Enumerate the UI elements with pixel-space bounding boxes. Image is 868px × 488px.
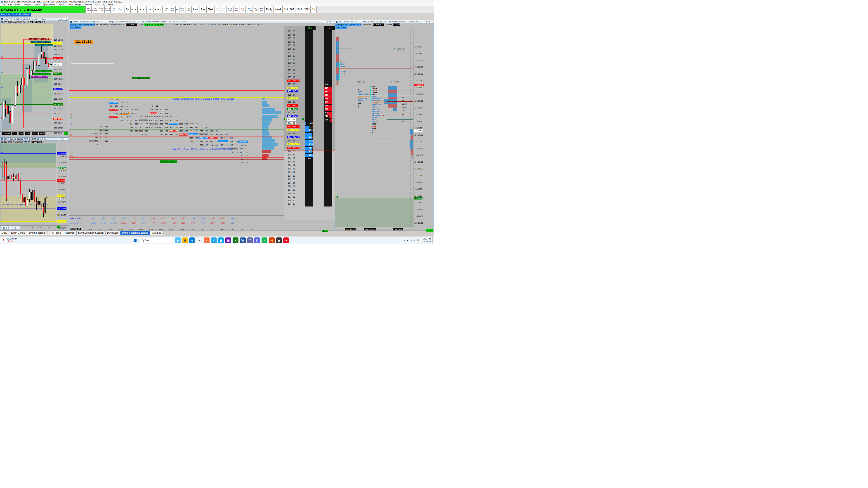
- tray-icon-2[interactable]: ▲: [410, 239, 412, 241]
- order-label[interactable]: Mkt|1@115 4/32: [35, 70, 53, 72]
- toolbar-button-val-wind[interactable]: Val Wind: [233, 6, 239, 13]
- dom-row[interactable]: 115'103652: [284, 83, 335, 87]
- toolbar-button-close-cbook[interactable]: Close Cbook: [104, 6, 111, 13]
- github-icon[interactable]: ◉: [276, 237, 282, 243]
- toolbar-button-rplay-chrt[interactable]: Rplay Chrt: [227, 6, 233, 13]
- tab-dom-dark[interactable]: DOM Dark: [105, 231, 120, 235]
- spotify-icon[interactable]: ♪: [261, 237, 268, 243]
- close-icon[interactable]: ×: [430, 21, 433, 23]
- file-explorer-icon[interactable]: ▤: [182, 237, 188, 243]
- dom-row[interactable]: 115 4/32461: [284, 104, 335, 108]
- dom-row[interactable]: 115 6/32389: [284, 97, 335, 101]
- onenote-icon[interactable]: N: [269, 237, 275, 243]
- tab-tpo-profile[interactable]: TPO Profile: [47, 231, 63, 235]
- order-label[interactable]: Stop|-1@115 10/32: [31, 41, 51, 43]
- dom-row[interactable]: 114'11: [284, 193, 335, 196]
- dom-row[interactable]: 114'14: [284, 182, 335, 186]
- toolbar-button-dis[interactable]: Dis: [125, 6, 131, 13]
- dom-row[interactable]: 114 30/32212: [284, 125, 335, 129]
- firefox-icon[interactable]: ●: [204, 237, 210, 243]
- chrome-icon[interactable]: ●: [196, 237, 202, 243]
- dom-row[interactable]: 114 24/32400: [284, 147, 335, 150]
- toolbar-button-chart-val[interactable]: Chart Val: [179, 6, 185, 13]
- toolbar-button-1h[interactable]: 1H: [311, 6, 316, 13]
- close-icon[interactable]: ×: [65, 18, 68, 21]
- tab-heatmap[interactable]: Heatmap: [63, 231, 76, 235]
- menu-item-edit[interactable]: Edit: [6, 3, 13, 6]
- dom-ladder[interactable]: BuySell115'25115'24115'23115'22115'21115…: [284, 20, 335, 232]
- c30-titlebar[interactable]: 30min Candle ZBZ23_FUT_CME[M] 30 Min #..…: [0, 138, 69, 140]
- menu-item-window[interactable]: Window: [83, 3, 94, 6]
- mail-icon[interactable]: ✉: [211, 237, 217, 243]
- mkt-buy-order-label[interactable]: Mkt|1@115 4/32: [160, 160, 177, 163]
- daily-plot[interactable]: 7/86/85/84/83/82/8Lmt|-1@116 15/32Stop|-…: [0, 24, 53, 131]
- dom-row[interactable]: 115 9/32419: [284, 87, 335, 90]
- mkt-sell-order-label[interactable]: Mkt|-1@115 4/32: [132, 77, 150, 79]
- dom-row[interactable]: 115'07418: [284, 94, 335, 97]
- toolbar-button-5m[interactable]: 5M: [289, 6, 295, 13]
- dom-row[interactable]: 115 11/32: [284, 79, 335, 83]
- menu-item-chart[interactable]: Chart: [13, 3, 22, 6]
- dom-row[interactable]: 115 3/32438: [284, 108, 335, 111]
- dom-row[interactable]: 114'15: [284, 178, 335, 182]
- word-icon[interactable]: W: [240, 237, 246, 243]
- taskbar-clock[interactable]: 9:18 PM 11/24/2023: [420, 237, 431, 243]
- dom-row[interactable]: 115'24: [284, 34, 335, 37]
- menu-item-analysis[interactable]: Analysis: [22, 3, 33, 6]
- close-icon[interactable]: ×: [65, 138, 68, 140]
- dom-row[interactable]: 115'25: [284, 30, 335, 34]
- menu-item-tools[interactable]: Tools: [33, 3, 41, 6]
- dom-row[interactable]: 114'28421: [284, 132, 335, 136]
- c30-price-scale[interactable]: 115 20/32115 19/32115 16/32115 14/32115 …: [56, 143, 69, 225]
- dom-row[interactable]: 115 8/32427: [284, 90, 335, 94]
- dom-row[interactable]: 114'19: [284, 164, 335, 168]
- toolbar-button-<->[interactable]: <|>: [131, 6, 137, 13]
- maximize-icon[interactable]: □: [426, 21, 430, 23]
- dom-row[interactable]: 114'12: [284, 189, 335, 193]
- dom-row[interactable]: 115'02293: [284, 111, 335, 115]
- tab-daily[interactable]: Daily: [0, 231, 9, 235]
- menu-item-trade[interactable]: Trade: [57, 3, 65, 6]
- toolbar-button-<<->>[interactable]: <<|>>: [137, 6, 147, 13]
- minimize-icon[interactable]: –: [58, 18, 61, 21]
- store-icon[interactable]: ▦: [218, 237, 224, 243]
- toolbar-button-text[interactable]: Text: [207, 6, 214, 13]
- toolbar-button-tool-cfg1[interactable]: Tool Cfg1: [214, 6, 220, 13]
- toolbar-button-con[interactable]: Con: [117, 6, 124, 13]
- excel-icon[interactable]: X: [232, 237, 239, 243]
- toolbar-button-chart-set[interactable]: Chart Set: [163, 6, 169, 13]
- menu-item-spreadsheet[interactable]: Spreadsheet: [41, 3, 57, 6]
- menu-item-cw[interactable]: CW: [100, 3, 107, 6]
- toolbar-button-adj-reg[interactable]: Adj Reg: [186, 6, 192, 13]
- menu-item-help[interactable]: Help: [107, 3, 114, 6]
- dom-row[interactable]: 115'20: [284, 48, 335, 52]
- dom-row[interactable]: 115'23: [284, 37, 335, 41]
- toolbar-button-save-cbook[interactable]: Save Cbook: [98, 6, 104, 13]
- order-label[interactable]: Lmt|1@115 12/32: [33, 73, 51, 75]
- toolbar-button-pos-win[interactable]: Pos Win: [258, 6, 265, 13]
- dom-row[interactable]: 114'26448: [284, 140, 335, 143]
- tab-30min-footprint-scalping[interactable]: 30min Footprint Scalping: [120, 231, 150, 235]
- dom-row[interactable]: 114'10: [284, 196, 335, 199]
- toolbar-button-daily[interactable]: Daily: [265, 6, 273, 13]
- toolbar-button-tool-val[interactable]: Tool Val: [240, 6, 246, 13]
- tab-30min-footprint[interactable]: 30min Footprint: [27, 231, 47, 235]
- minimize-icon[interactable]: –: [58, 138, 61, 140]
- dom-row[interactable]: 114'213687: [284, 157, 335, 161]
- toolbar-button-open-cbook[interactable]: Open Cbook: [92, 6, 98, 13]
- order-label[interactable]: Lmt|-1@116 15/32: [29, 38, 49, 40]
- maximize-icon[interactable]: □: [11, 227, 15, 230]
- maximize-icon[interactable]: □: [61, 138, 65, 140]
- dom-row[interactable]: 114'09: [284, 199, 335, 203]
- edge-icon[interactable]: e: [189, 237, 195, 243]
- dom-row[interactable]: 114'23439: [284, 150, 335, 154]
- start-button[interactable]: [132, 237, 138, 243]
- dom-row[interactable]: 114 25/32476: [284, 143, 335, 147]
- toolbar-button->-<[interactable]: >|<: [147, 6, 153, 13]
- dom-row[interactable]: 115'15: [284, 66, 335, 69]
- toolbar-button-msg-log[interactable]: Msg Log: [252, 6, 258, 13]
- tpo-price-scale[interactable]: 116 5/32116 2/32115 31/32115 28/32115 25…: [413, 29, 434, 227]
- show-desktop-button[interactable]: [432, 237, 433, 243]
- daily-price-scale[interactable]: 117 16/32117 6/32117 0/32116 16/32116 0/…: [53, 24, 69, 131]
- tray-icon-0[interactable]: ∧: [404, 239, 405, 241]
